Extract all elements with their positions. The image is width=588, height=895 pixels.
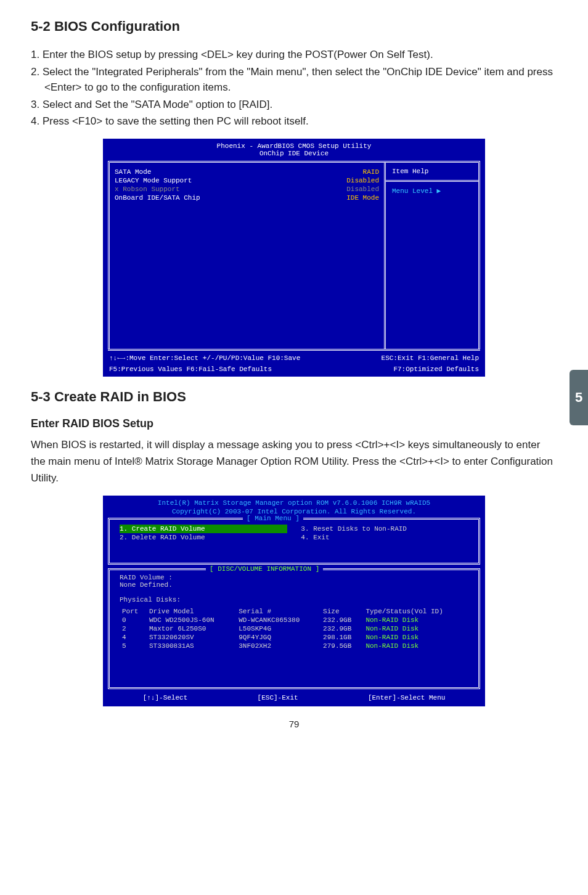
bios-help-pane: Item Help Menu Level ▶	[386, 163, 478, 349]
bios-title: Phoenix - AwardBIOS CMOS Setup Utility O…	[103, 139, 485, 161]
d3-serial: 3NF02XH2	[236, 642, 321, 650]
help-title: Item Help	[386, 163, 478, 182]
page-number: 79	[31, 719, 557, 729]
bios-screenshot: Phoenix - AwardBIOS CMOS Setup Utility O…	[103, 139, 485, 377]
disk-row: 4 ST3320620SV 9QF4YJGQ 298.1GB Non-RAID …	[120, 633, 468, 642]
bios-footer-1: ↑↓←→:Move Enter:Select +/-/PU/PD:Value F…	[103, 351, 485, 366]
heading-5-3: 5-3 Create RAID in BIOS	[31, 389, 557, 405]
footer-l: ↑↓←→:Move Enter:Select +/-/PU/PD:Value F…	[109, 354, 300, 362]
d1-serial: L50SKP4G	[236, 624, 321, 633]
paragraph-raid-intro: When BIOS is restarted, it will display …	[31, 436, 557, 487]
d0-size: 232.9GB	[321, 616, 363, 624]
footer-exit: [ESC]-Exit	[258, 694, 298, 701]
disk-row: 0 WDC WD2500JS-60N WD-WCANKC865380 232.9…	[120, 616, 468, 624]
footer-enter: [Enter]-Select Menu	[368, 694, 445, 701]
bios-left-pane: SATA ModeRAID LEGACY Mode SupportDisable…	[110, 163, 386, 349]
d2-type: Non-RAID Disk	[363, 633, 468, 642]
menu-reset-disks[interactable]: 3. Reset Disks to Non-RAID	[301, 525, 468, 533]
bios-footer-2: F5:Previous Values F6:Fail-Safe Defaults…	[103, 366, 485, 377]
raid-screenshot: Intel(R) Matrix Storage Manager option R…	[103, 496, 485, 706]
col-model: Drive Model	[147, 607, 236, 616]
row-0-val: RAID	[363, 168, 379, 176]
d2-port: 4	[120, 633, 147, 642]
d3-model: ST3300831AS	[147, 642, 236, 650]
row-3-val: IDE Mode	[346, 194, 379, 202]
subheading-enter-raid: Enter RAID BIOS Setup	[31, 417, 557, 430]
d2-size: 298.1GB	[321, 633, 363, 642]
footer-r: ESC:Exit F1:General Help	[382, 354, 479, 362]
step-1: 1. Enter the BIOS setup by pressing <DEL…	[31, 47, 557, 63]
help-body: Menu Level ▶	[386, 182, 478, 349]
d2-model: ST3320620SV	[147, 633, 236, 642]
step-2: 2. Select the "Integrated Peripherals" f…	[31, 64, 557, 96]
footer-l2: F5:Previous Values F6:Fail-Safe Defaults	[109, 366, 272, 373]
row-1-val: Disabled	[346, 177, 379, 184]
d1-size: 232.9GB	[321, 624, 363, 633]
heading-5-2: 5-2 BIOS Configuration	[31, 18, 557, 35]
d0-serial: WD-WCANKC865380	[236, 616, 321, 624]
row-2-val: Disabled	[346, 186, 379, 193]
row-1-lbl: LEGACY Mode Support	[115, 177, 192, 184]
d1-model: Maxtor 6L250S0	[147, 624, 236, 633]
steps-list: 1. Enter the BIOS setup by pressing <DEL…	[31, 47, 557, 129]
raid-title: Intel(R) Matrix Storage Manager option R…	[103, 496, 485, 508]
raid-footer: [↑↓]-Select [ESC]-Exit [Enter]-Select Me…	[108, 693, 480, 703]
footer-r2: F7:Optimized Defaults	[393, 366, 479, 373]
d2-serial: 9QF4YJGQ	[236, 633, 321, 642]
d0-type: Non-RAID Disk	[363, 616, 468, 624]
d3-port: 5	[120, 642, 147, 650]
col-serial: Serial #	[236, 607, 321, 616]
d1-type: Non-RAID Disk	[363, 624, 468, 633]
disk-table: Port Drive Model Serial # Size Type/Stat…	[120, 607, 468, 650]
raid-main-menu: [ Main Menu ] 1. Create RAID Volume 2. D…	[108, 518, 480, 565]
raid-vol-label: RAID Volume :	[120, 574, 468, 581]
col-port: Port	[120, 607, 147, 616]
raid-info-box: [ DISC/VOLUME INFORMATION ] RAID Volume …	[108, 568, 480, 689]
row-3-lbl: OnBoard IDE/SATA Chip	[115, 194, 200, 202]
info-label: [ DISC/VOLUME INFORMATION ]	[206, 565, 323, 573]
row-2-lbl: x Robson Support	[115, 186, 180, 193]
bios-title-1: Phoenix - AwardBIOS CMOS Setup Utility	[217, 142, 372, 150]
raid-vol-none: None Defined.	[120, 581, 468, 589]
d1-port: 2	[120, 624, 147, 633]
col-type: Type/Status(Vol ID)	[363, 607, 468, 616]
row-0-lbl: SATA Mode	[115, 168, 151, 176]
footer-select: [↑↓]-Select	[143, 694, 188, 701]
menu-delete-raid[interactable]: 2. Delete RAID Volume	[120, 533, 287, 542]
disk-row: 5 ST3300831AS 3NF02XH2 279.5GB Non-RAID …	[120, 642, 468, 650]
col-size: Size	[321, 607, 363, 616]
d0-port: 0	[120, 616, 147, 624]
bios-title-2: OnChip IDE Device	[259, 150, 329, 157]
menu-create-raid[interactable]: 1. Create RAID Volume	[120, 525, 287, 533]
side-tab: 5	[570, 370, 588, 425]
physical-disks-label: Physical Disks:	[120, 596, 468, 603]
step-3: 3. Select and Set the "SATA Mode" option…	[31, 97, 557, 113]
disk-row: 2 Maxtor 6L250S0 L50SKP4G 232.9GB Non-RA…	[120, 624, 468, 633]
d3-size: 279.5GB	[321, 642, 363, 650]
d0-model: WDC WD2500JS-60N	[147, 616, 236, 624]
menu-exit[interactable]: 4. Exit	[301, 533, 468, 542]
d3-type: Non-RAID Disk	[363, 642, 468, 650]
main-menu-label: [ Main Menu ]	[243, 515, 303, 522]
step-4: 4. Press <F10> to save the setting then …	[31, 113, 557, 129]
